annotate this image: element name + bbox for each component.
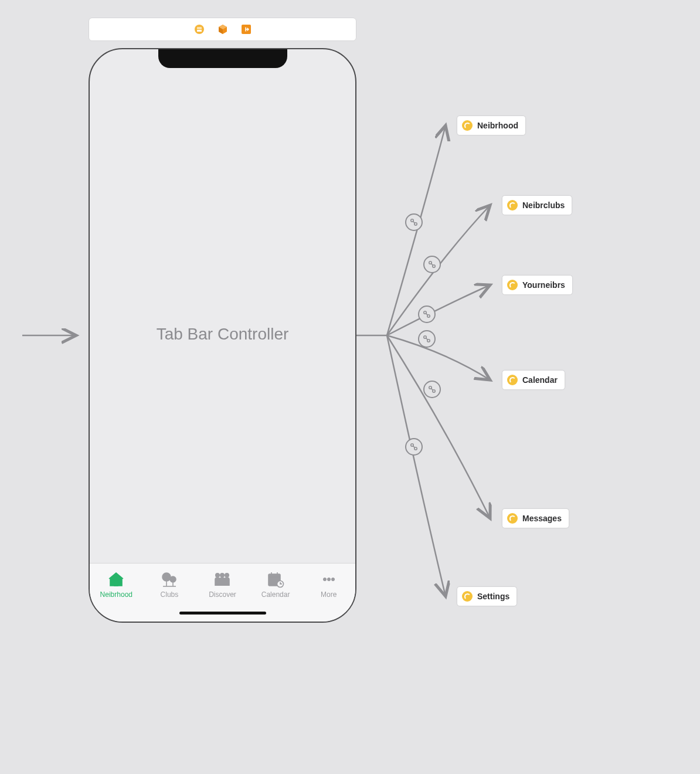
destination-settings[interactable]: Settings [457, 586, 517, 606]
tab-more[interactable]: More [302, 569, 355, 599]
viewcontroller-icon [507, 280, 518, 290]
controller-icon[interactable] [194, 24, 205, 35]
svg-point-31 [220, 573, 224, 577]
destination-calendar[interactable]: Calendar [502, 370, 565, 390]
svg-point-32 [225, 573, 229, 577]
tab-calendar[interactable]: Calendar [249, 569, 303, 599]
home-indicator [179, 612, 266, 615]
destination-neibrclubs[interactable]: Neibrclubs [502, 195, 572, 215]
controller-title: Tab Bar Controller [90, 325, 355, 344]
segue-node[interactable] [405, 438, 423, 456]
svg-rect-23 [111, 580, 114, 582]
tab-label: Calendar [261, 590, 290, 599]
destination-label: Messages [522, 514, 562, 523]
tab-label: Clubs [161, 590, 179, 599]
svg-point-25 [162, 573, 171, 581]
destination-yourneibrs[interactable]: Yourneibrs [502, 275, 573, 295]
more-icon [320, 569, 338, 589]
svg-line-13 [426, 338, 428, 340]
segue-node[interactable] [405, 213, 423, 231]
exit-icon[interactable] [241, 24, 252, 35]
tab-label: Neibrhood [100, 590, 132, 599]
storyboard-canvas[interactable]: Tab Bar Controller Neibrhood [0, 0, 700, 774]
segue-node[interactable] [423, 381, 441, 398]
svg-point-39 [327, 578, 330, 580]
house-icon [107, 569, 125, 589]
svg-rect-21 [197, 27, 202, 29]
svg-point-38 [323, 578, 326, 580]
destination-neibrhood[interactable]: Neibrhood [457, 116, 526, 135]
device-frame[interactable]: Tab Bar Controller Neibrhood [89, 48, 356, 623]
tree-icon [160, 569, 179, 589]
svg-line-4 [413, 222, 415, 223]
svg-rect-22 [114, 580, 118, 586]
svg-line-7 [431, 264, 433, 266]
svg-point-27 [170, 576, 176, 582]
calendar-icon [266, 569, 285, 589]
tab-discover[interactable]: Discover [196, 569, 249, 599]
destination-label: Calendar [522, 375, 558, 385]
segue-node[interactable] [418, 330, 436, 348]
destination-label: Settings [477, 592, 509, 601]
tab-label: More [321, 590, 337, 599]
segue-node[interactable] [423, 256, 441, 273]
people-icon [212, 569, 232, 589]
destination-label: Yourneibrs [522, 280, 565, 290]
scene-toolbar [89, 18, 356, 41]
viewcontroller-icon [462, 120, 473, 131]
svg-line-19 [413, 446, 415, 448]
segue-node[interactable] [418, 305, 436, 323]
svg-rect-20 [197, 30, 202, 32]
svg-line-16 [431, 389, 433, 391]
viewcontroller-icon [507, 200, 518, 211]
destination-messages[interactable]: Messages [502, 508, 569, 528]
svg-point-30 [216, 573, 219, 577]
viewcontroller-icon [507, 513, 518, 524]
device-notch [158, 48, 287, 68]
destination-label: Neibrclubs [522, 201, 565, 210]
svg-point-40 [331, 578, 334, 580]
tab-label: Discover [209, 590, 236, 599]
svg-rect-24 [118, 580, 121, 582]
tab-neibrhood[interactable]: Neibrhood [90, 569, 143, 599]
svg-line-10 [426, 314, 428, 315]
viewcontroller-icon [462, 591, 473, 602]
first-responder-icon[interactable] [218, 24, 228, 35]
tab-clubs[interactable]: Clubs [143, 569, 196, 599]
viewcontroller-icon [507, 375, 518, 385]
destination-label: Neibrhood [477, 121, 518, 130]
